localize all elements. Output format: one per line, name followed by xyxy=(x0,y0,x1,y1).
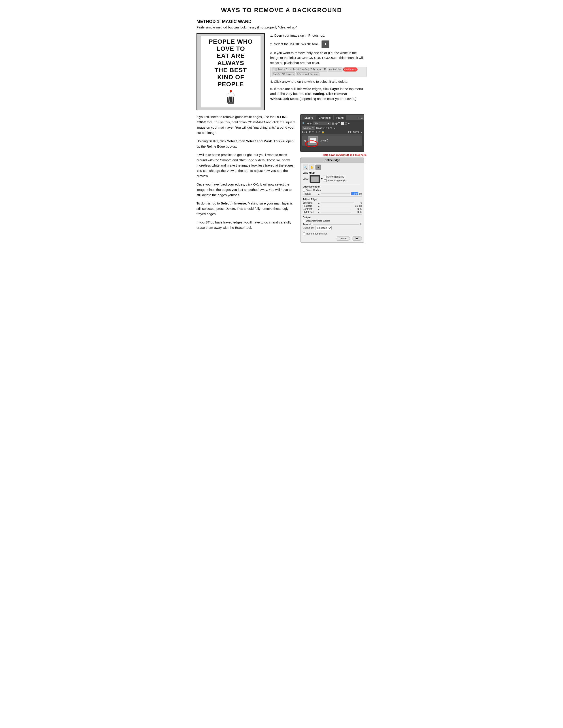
refine-edge-body: 🔍 ✋ ✦ View Mode View: ▼ xyxy=(301,163,364,242)
layers-artboard-icon: ⊡ xyxy=(319,131,321,133)
layers-opacity-value: 100% xyxy=(326,127,332,129)
cupcake-icon xyxy=(224,90,237,104)
cancel-button[interactable]: Cancel xyxy=(336,236,350,241)
layers-shape-icon: ⬜ xyxy=(341,122,344,125)
view-mode-section: View Mode xyxy=(303,172,362,174)
radius-slider-row: Radius: ▲ 0.0 px xyxy=(303,192,362,195)
radius-value: 0.0 xyxy=(351,192,358,195)
layers-dot-icon: ● xyxy=(348,122,350,125)
step-3: 3. If you want to remove only one color … xyxy=(270,51,367,77)
decontaminate-label: Decontaminate Colors xyxy=(306,220,330,222)
remember-settings-label: Remember Settings xyxy=(306,232,328,235)
method1-layout: PEOPLE WHO LOVE TO EAT ARE ALWAYS THE BE… xyxy=(196,33,367,110)
output-section: Output xyxy=(303,216,362,219)
toolbar-item-sample-all: Sample All Layers xyxy=(272,72,295,76)
layers-opacity-label: Opacity: xyxy=(316,127,325,129)
shift-edge-unit: % xyxy=(360,211,362,213)
smart-radius-checkbox[interactable] xyxy=(303,189,305,191)
re-divider-2 xyxy=(303,196,362,197)
layer-item-wrapper: ◀ img Layer 0 xyxy=(302,135,362,146)
smart-radius-row: Smart Radius xyxy=(303,189,362,191)
decontaminate-checkbox[interactable] xyxy=(303,220,305,222)
amount-slider[interactable] xyxy=(313,224,359,225)
layers-lock-row: Lock: ⊞ ✏ ✛ ⊡ 🔒 Fill: 100% ⌄ xyxy=(302,131,362,133)
feather-slider[interactable] xyxy=(321,206,351,206)
smooth-slider-row: Smooth: ▲ 0 xyxy=(303,201,362,204)
ok-button[interactable]: OK xyxy=(352,236,362,241)
show-original-checkbox[interactable] xyxy=(324,179,327,182)
smooth-slider[interactable] xyxy=(321,203,354,203)
layers-fill-label: Fill: xyxy=(348,131,352,133)
contrast-slider[interactable] xyxy=(321,209,351,209)
shift-edge-value: 0 xyxy=(352,211,359,213)
tab-layers[interactable]: Layers xyxy=(302,115,316,120)
hold-command-text: Hold down COMMAND and click here. xyxy=(300,154,367,156)
toolbar-item-antialias: Anti-alias xyxy=(328,68,342,71)
layers-pen-icon: ✏ xyxy=(312,131,314,133)
refine-brush-tool[interactable]: ✦ xyxy=(316,165,321,170)
feather-value: 0.0 xyxy=(351,205,358,207)
layers-divider xyxy=(302,134,362,135)
tab-channels[interactable]: Channels xyxy=(316,115,334,120)
refine-edge-panel: Refine Edge 🔍 ✋ ✦ View Mode View: xyxy=(300,158,364,243)
layers-blend-row: Normal Opacity: 100% ⌄ xyxy=(302,126,362,130)
layers-fill-arrow: ⌄ xyxy=(360,131,362,133)
output-to-dropdown[interactable]: Selection xyxy=(315,226,332,230)
svg-rect-14 xyxy=(311,176,319,182)
layers-nav-arrow[interactable]: ◀ xyxy=(304,139,306,142)
view-dropdown-arrow[interactable]: ▼ xyxy=(321,177,323,180)
refine-hand-tool[interactable]: ✋ xyxy=(309,165,315,170)
radius-slider[interactable] xyxy=(321,193,351,194)
refine-zoom-tool[interactable]: 🔍 xyxy=(303,165,308,170)
layers-kind-dropdown[interactable]: Kind xyxy=(313,122,331,125)
steps-column: 1. Open your image up in Photoshop. 2. S… xyxy=(270,33,367,110)
body-para-2: Holding SHIFT, click Select, then Select… xyxy=(196,139,296,149)
contrast-label: Contrast: xyxy=(303,208,317,210)
step-1: 1. Open your image up in Photoshop. xyxy=(270,33,367,38)
toolbar-item-select-mask: Select and Mask... xyxy=(296,72,320,76)
left-text-col: If you still need to remove gross white … xyxy=(196,114,296,243)
remember-settings-row: Remember Settings xyxy=(303,232,362,235)
layers-kind-row: 🔍 Kind Kind ▦ ◑ T ⬜ ⊡ ● xyxy=(302,122,362,125)
toolbar-image: ⚡ Sample Size: Point Sample Tolerance: 1… xyxy=(270,67,367,77)
radius-unit: px xyxy=(359,192,362,195)
layers-blend-dropdown[interactable]: Normal xyxy=(302,126,315,130)
contrast-triangle: ▲ xyxy=(318,208,320,210)
layers-menu-icon[interactable]: ☰ xyxy=(361,116,363,119)
layers-kind-label: Kind xyxy=(307,122,312,125)
layers-pixel-icon: ▦ xyxy=(332,122,335,125)
remember-settings-checkbox[interactable] xyxy=(303,233,305,235)
layers-chevron-icon: » xyxy=(358,116,359,119)
toolbar-item-contiguous: Contiguous xyxy=(343,68,358,71)
step-2: 2. Select the MAGIC WAND tool. ✦ xyxy=(270,40,367,48)
body-para-5: To do this, go to Select > Inverse. Maki… xyxy=(196,201,296,217)
toolbar-item-wand: ⚡ xyxy=(272,68,275,71)
show-radius-checkbox[interactable] xyxy=(324,176,327,178)
radius-label: Radius: xyxy=(303,192,317,195)
toolbar-item-sample: Sample Size: Point Sample xyxy=(276,68,309,71)
view-label: View: xyxy=(303,178,309,180)
step-5: 5. If there are still little white edges… xyxy=(270,86,367,101)
poster-box: PEOPLE WHO LOVE TO EAT ARE ALWAYS THE BE… xyxy=(196,33,265,110)
amount-unit: % xyxy=(360,223,362,225)
shift-edge-slider[interactable] xyxy=(321,212,351,212)
page-title: WAYS TO REMOVE A BACKGROUND xyxy=(196,7,367,14)
smooth-value: 0 xyxy=(355,201,362,204)
edge-detection-section: Edge Detection xyxy=(303,185,362,188)
layers-lock-icon: ⊞ xyxy=(309,131,311,133)
svg-line-5 xyxy=(229,97,230,102)
layers-fill-value: 100% xyxy=(353,131,359,133)
tab-paths[interactable]: Paths xyxy=(334,115,347,120)
layers-tabs: Layers Channels Paths » ☰ xyxy=(301,114,364,120)
smooth-label: Smooth: xyxy=(303,201,317,204)
layers-lock-label: Lock: xyxy=(302,131,308,133)
show-original-row: Show Original (P) xyxy=(324,179,347,182)
layers-type-icon: T xyxy=(338,122,340,125)
layers-search-icon: 🔍 xyxy=(302,122,305,125)
feather-unit: px xyxy=(359,205,362,207)
layers-move-icon: ✛ xyxy=(315,131,317,133)
layer-thumbnail: img xyxy=(309,136,318,145)
adjust-edge-section: Adjust Edge xyxy=(303,198,362,201)
layers-icon-row: ▦ ◑ T ⬜ ⊡ ● xyxy=(332,122,350,125)
refine-edge-buttons: Cancel OK xyxy=(303,236,362,241)
